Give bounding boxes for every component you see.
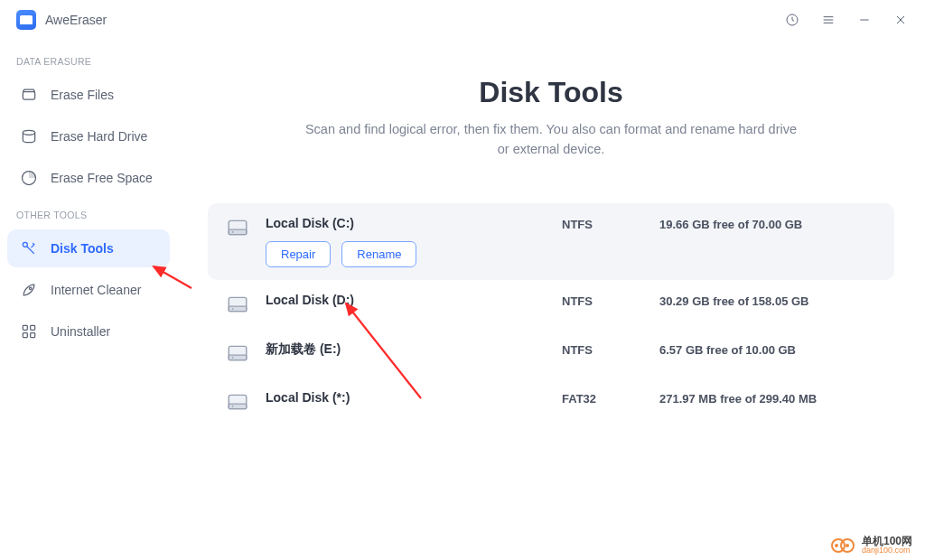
svg-point-5 [29, 287, 32, 290]
sidebar-item-label: Erase Free Space [51, 171, 153, 185]
watermark: 单机100网 danji100.com [831, 536, 912, 555]
disk-free-space: 6.57 GB free of 10.00 GB [659, 341, 876, 357]
disk-name: Local Disk (D:) [266, 293, 546, 307]
history-icon[interactable] [784, 12, 800, 28]
disk-row[interactable]: 新加载卷 (E:) Repair Rename NTFS 6.57 GB fre… [208, 329, 894, 378]
hard-drive-icon [20, 127, 38, 145]
disk-row[interactable]: Local Disk (*:) Repair Rename FAT32 271.… [208, 378, 894, 426]
svg-rect-11 [229, 229, 247, 234]
sidebar: DATA ERASURE Erase Files Erase Hard Driv… [0, 40, 177, 560]
rocket-icon [20, 281, 38, 299]
svg-rect-17 [229, 355, 247, 359]
svg-point-12 [232, 231, 234, 233]
sidebar-item-uninstaller[interactable]: Uninstaller [7, 313, 170, 350]
disk-list: Local Disk (C:) Repair Rename NTFS 19.66… [208, 203, 894, 426]
sidebar-item-label: Uninstaller [51, 324, 110, 339]
svg-rect-9 [31, 333, 35, 338]
rename-button[interactable]: Rename [341, 241, 416, 267]
sidebar-item-erase-files[interactable]: Erase Files [7, 76, 170, 114]
disk-row[interactable]: Local Disk (D:) Repair Rename NTFS 30.29… [208, 280, 894, 329]
svg-rect-14 [229, 306, 247, 311]
disk-name: Local Disk (C:) [266, 216, 546, 230]
sidebar-item-disk-tools[interactable]: Disk Tools [7, 229, 170, 267]
disk-filesystem: NTFS [562, 293, 643, 308]
sidebar-item-internet-cleaner[interactable]: Internet Cleaner [7, 271, 170, 309]
disk-row[interactable]: Local Disk (C:) Repair Rename NTFS 19.66… [208, 203, 894, 280]
erase-files-icon [20, 86, 38, 104]
sidebar-item-label: Erase Hard Drive [51, 129, 147, 144]
close-icon[interactable] [892, 12, 909, 28]
titlebar: AweEraser [0, 0, 925, 40]
menu-icon[interactable] [820, 12, 836, 28]
disk-filesystem: NTFS [562, 341, 643, 357]
repair-button[interactable]: Repair [266, 241, 331, 267]
disk-icon [226, 216, 249, 239]
disk-icon [226, 390, 249, 414]
svg-rect-8 [23, 333, 27, 338]
disk-filesystem: FAT32 [562, 390, 643, 406]
disk-filesystem: NTFS [562, 216, 643, 231]
sidebar-item-label: Internet Cleaner [51, 283, 141, 297]
section-label-other: OTHER TOOLS [0, 201, 177, 226]
section-label-erasure: DATA ERASURE [0, 47, 177, 72]
disk-name: Local Disk (*:) [266, 390, 546, 405]
svg-point-18 [232, 357, 234, 359]
apps-icon [20, 322, 38, 341]
disk-tools-icon [20, 239, 38, 257]
disk-icon [226, 293, 249, 316]
titlebar-left: AweEraser [16, 10, 107, 30]
svg-rect-6 [23, 325, 27, 330]
free-space-icon [20, 169, 38, 187]
svg-rect-1 [23, 92, 34, 99]
watermark-bottom: danji100.com [862, 546, 912, 555]
svg-point-15 [232, 308, 234, 310]
minimize-icon[interactable] [856, 12, 873, 28]
svg-rect-7 [31, 325, 35, 330]
page-subtitle: Scan and find logical error, then fix th… [298, 120, 804, 160]
svg-rect-20 [229, 404, 247, 408]
sidebar-item-erase-free-space[interactable]: Erase Free Space [7, 159, 170, 197]
main-panel: Disk Tools Scan and find logical error, … [177, 40, 925, 560]
svg-point-2 [23, 130, 34, 135]
sidebar-item-label: Disk Tools [51, 241, 114, 256]
disk-free-space: 19.66 GB free of 70.00 GB [659, 216, 876, 231]
titlebar-controls [784, 12, 909, 28]
watermark-logo-icon [831, 537, 856, 554]
svg-point-21 [232, 406, 234, 407]
disk-name: 新加载卷 (E:) [266, 341, 546, 358]
disk-icon [226, 341, 249, 365]
app-logo-icon [16, 10, 36, 30]
disk-free-space: 271.97 MB free of 299.40 MB [659, 390, 876, 406]
app-title: AweEraser [45, 13, 107, 27]
page-title: Disk Tools [208, 76, 894, 109]
disk-free-space: 30.29 GB free of 158.05 GB [659, 293, 876, 308]
sidebar-item-erase-hard-drive[interactable]: Erase Hard Drive [7, 117, 170, 155]
sidebar-item-label: Erase Files [51, 88, 114, 102]
